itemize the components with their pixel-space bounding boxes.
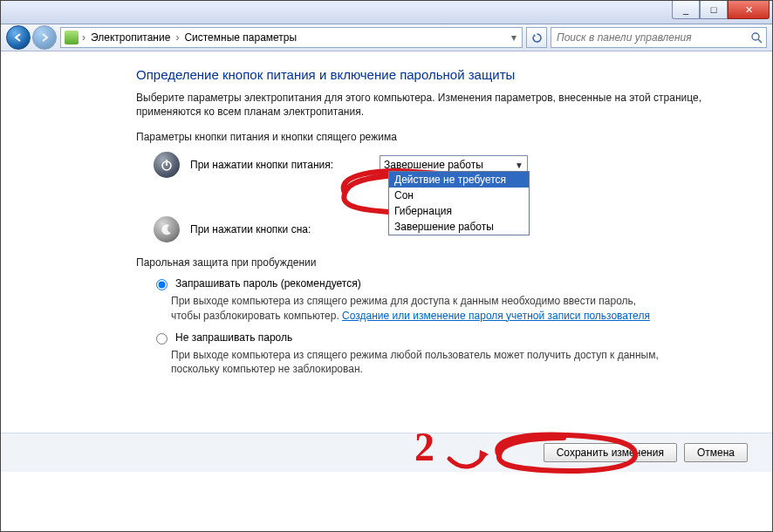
search-box[interactable] xyxy=(551,27,767,48)
refresh-button[interactable] xyxy=(526,27,547,48)
dropdown-option-shutdown[interactable]: Завершение работы xyxy=(389,219,529,235)
power-button-action-row: При нажатии кнопки питания: Завершение р… xyxy=(154,152,737,178)
breadcrumb-item-1[interactable]: Электропитание xyxy=(89,31,172,44)
search-icon xyxy=(750,31,763,44)
arrow-left-icon xyxy=(13,32,24,43)
dropdown-option-no-action[interactable]: Действие не требуется xyxy=(389,172,529,188)
maximize-button[interactable]: □ xyxy=(700,1,728,19)
sleep-icon xyxy=(154,216,180,242)
minimize-icon: _ xyxy=(683,4,688,15)
breadcrumb[interactable]: › Электропитание › Системные параметры ▾ xyxy=(60,27,523,48)
refresh-icon xyxy=(531,32,543,44)
require-password-radio[interactable] xyxy=(156,279,168,290)
close-button[interactable]: ✕ xyxy=(728,1,770,19)
back-button[interactable] xyxy=(6,25,31,50)
save-button[interactable]: Сохранить изменения xyxy=(544,443,677,462)
nav-arrows xyxy=(6,25,57,50)
page-description: Выберите параметры электропитания для эт… xyxy=(136,91,737,119)
no-password-radio[interactable] xyxy=(156,333,168,344)
svg-line-1 xyxy=(758,39,762,43)
breadcrumb-sep: › xyxy=(174,31,181,44)
breadcrumb-item-2[interactable]: Системные параметры xyxy=(182,31,298,44)
minimize-button[interactable]: _ xyxy=(672,1,700,19)
create-password-link[interactable]: Создание или изменение пароля учетной за… xyxy=(342,310,650,322)
power-button-dropdown: Действие не требуется Сон Гибернация Зав… xyxy=(388,171,530,235)
forward-button[interactable] xyxy=(32,25,57,50)
breadcrumb-sep: › xyxy=(80,31,87,44)
close-icon: ✕ xyxy=(745,4,753,16)
arrow-right-icon xyxy=(39,32,50,43)
section-power-buttons: Параметры кнопки питания и кнопки спящег… xyxy=(136,131,737,143)
chevron-down-icon[interactable]: ▾ xyxy=(510,31,518,44)
no-password-label: Не запрашивать пароль xyxy=(175,331,292,344)
section-password-protection: Парольная защита при пробуждении xyxy=(136,256,737,269)
control-panel-window: _ □ ✕ › Электропитание › Системные парам… xyxy=(0,0,773,532)
search-input[interactable] xyxy=(555,31,745,44)
require-password-label: Запрашивать пароль (рекомендуется) xyxy=(175,277,361,290)
window-controls: _ □ ✕ xyxy=(672,1,770,19)
password-option-none: Не запрашивать пароль При выходе компьют… xyxy=(152,331,737,376)
maximize-icon: □ xyxy=(711,4,717,15)
cancel-button[interactable]: Отмена xyxy=(684,443,748,462)
page-title: Определение кнопок питания и включение п… xyxy=(136,67,737,82)
combo-value: Завершение работы xyxy=(384,159,483,171)
sleep-button-label: При нажатии кнопки сна: xyxy=(190,223,369,235)
power-button-label: При нажатии кнопки питания: xyxy=(190,159,369,171)
footer-buttons: Сохранить изменения Отмена xyxy=(1,433,772,472)
require-password-desc: При выходе компьютера из спящего режима … xyxy=(171,294,668,322)
power-icon xyxy=(154,152,180,178)
power-options-icon xyxy=(65,31,79,44)
chevron-down-icon: ▼ xyxy=(515,160,523,170)
dropdown-option-sleep[interactable]: Сон xyxy=(389,188,529,203)
dropdown-option-hibernate[interactable]: Гибернация xyxy=(389,203,529,219)
address-bar: › Электропитание › Системные параметры ▾ xyxy=(1,24,772,51)
svg-point-0 xyxy=(752,33,759,40)
no-password-desc: При выходе компьютера из спящего режима … xyxy=(171,348,668,376)
content-area: Определение кнопок питания и включение п… xyxy=(1,51,772,446)
password-option-require: Запрашивать пароль (рекомендуется) При в… xyxy=(152,277,737,322)
titlebar[interactable]: _ □ ✕ xyxy=(1,1,772,24)
